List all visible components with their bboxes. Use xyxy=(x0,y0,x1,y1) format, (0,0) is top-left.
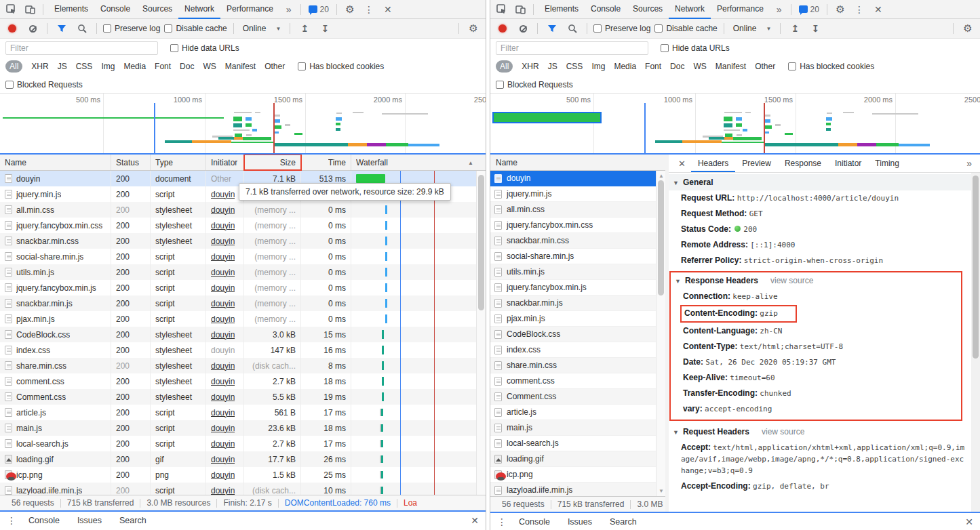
initiator-link[interactable]: douyin xyxy=(211,205,235,215)
list-item[interactable]: douyin xyxy=(490,171,665,186)
filter-chip-js[interactable]: JS xyxy=(548,62,557,71)
filter-chip-css[interactable]: CSS xyxy=(566,62,583,71)
list-item[interactable]: social-share.min.js xyxy=(490,249,665,264)
list-item[interactable]: snackbar.min.js xyxy=(490,295,665,311)
clear-network-log-icon[interactable] xyxy=(24,21,41,36)
initiator-link[interactable]: douyin xyxy=(211,392,235,402)
network-overview-timeline[interactable]: 500 ms1000 ms1500 ms2000 ms2500 ms xyxy=(0,94,486,155)
filter-chip-xhr[interactable]: XHR xyxy=(31,62,48,71)
network-settings-gear-icon[interactable]: ⚙ xyxy=(465,21,482,36)
more-menu-kebab-icon[interactable]: ⋮ xyxy=(361,2,377,17)
network-overview-timeline[interactable]: 500 ms1000 ms1500 ms2000 ms2500 ms xyxy=(490,94,980,155)
scroll-up-arrow-icon[interactable]: ▲ xyxy=(656,173,665,179)
drawer-close-icon[interactable]: ✕ xyxy=(965,516,973,527)
filter-chip-media[interactable]: Media xyxy=(123,62,146,71)
drawer-tab-issues[interactable]: Issues xyxy=(568,517,592,527)
throttling-dropdown[interactable]: Online ▼ xyxy=(240,24,284,33)
drawer-menu-kebab-icon[interactable]: ⋮ xyxy=(7,515,16,526)
more-menu-kebab-icon[interactable]: ⋮ xyxy=(851,2,867,17)
table-row[interactable]: icp.png200pngdouyin1.5 kB25 ms xyxy=(0,467,486,483)
list-item[interactable]: comment.css xyxy=(490,373,665,389)
more-tabs-chevron-icon[interactable]: » xyxy=(962,158,976,169)
table-row[interactable]: snackbar.min.js200scriptdouyin(memory ..… xyxy=(0,295,486,311)
initiator-link[interactable]: douyin xyxy=(211,377,235,386)
initiator-link[interactable]: douyin xyxy=(211,314,235,324)
filter-chip-other[interactable]: Other xyxy=(264,62,285,71)
record-network-log-icon[interactable] xyxy=(4,21,20,36)
has-blocked-cookies-checkbox[interactable]: Has blocked cookies xyxy=(788,62,874,71)
device-toolbar-icon[interactable] xyxy=(512,2,528,17)
filter-chip-css[interactable]: CSS xyxy=(76,62,93,71)
filter-chip-doc[interactable]: Doc xyxy=(670,62,684,71)
inspect-icon[interactable] xyxy=(3,2,19,17)
scrollbar-thumb[interactable] xyxy=(478,175,484,310)
initiator-link[interactable]: douyin xyxy=(211,486,235,495)
tab-performance[interactable]: Performance xyxy=(711,0,770,19)
view-source-button[interactable]: view source xyxy=(770,276,813,285)
filter-chip-ws[interactable]: WS xyxy=(693,62,706,71)
search-icon[interactable] xyxy=(74,21,90,36)
sort-ascending-icon[interactable]: ▲ xyxy=(468,160,473,166)
initiator-link[interactable]: douyin xyxy=(211,299,235,308)
preserve-log-checkbox[interactable]: Preserve log xyxy=(593,24,650,33)
column-header-initiator[interactable]: Initiator xyxy=(206,155,244,170)
drawer-tab-search[interactable]: Search xyxy=(119,516,146,525)
list-item[interactable]: jquery.fancybox.min.js xyxy=(490,280,665,295)
details-vertical-scrollbar[interactable] xyxy=(971,173,980,512)
details-tab-response[interactable]: Response xyxy=(778,155,828,172)
view-source-button[interactable]: view source xyxy=(762,427,804,436)
tab-console[interactable]: Console xyxy=(585,0,627,19)
filter-chip-js[interactable]: JS xyxy=(58,62,67,71)
list-vertical-scrollbar[interactable]: ▲ ▼ xyxy=(656,171,665,496)
column-header-size[interactable]: Size xyxy=(244,155,301,170)
list-item[interactable]: all.min.css xyxy=(490,202,665,218)
tab-performance[interactable]: Performance xyxy=(220,0,279,19)
tab-network[interactable]: Network xyxy=(178,0,220,19)
list-item[interactable]: utils.min.js xyxy=(490,264,665,280)
more-tabs-chevron-icon[interactable]: » xyxy=(772,4,786,15)
preserve-log-checkbox[interactable]: Preserve log xyxy=(103,24,160,33)
details-tab-timing[interactable]: Timing xyxy=(868,155,906,172)
list-item[interactable]: share.min.css xyxy=(490,358,665,373)
tab-sources[interactable]: Sources xyxy=(136,0,178,19)
filter-chip-other[interactable]: Other xyxy=(755,62,775,71)
blocked-requests-checkbox[interactable]: Blocked Requests xyxy=(496,80,573,89)
list-item[interactable]: jquery.fancybox.min.css xyxy=(490,218,665,233)
list-item[interactable]: pjax.min.js xyxy=(490,311,665,327)
table-row[interactable]: share.min.css200stylesheetdouyin(disk ca… xyxy=(0,358,486,373)
list-item[interactable]: CodeBlock.css xyxy=(490,327,665,342)
response-headers-section-header[interactable]: ▼ Response Headers view source xyxy=(671,272,961,289)
column-header-waterfall[interactable]: Waterfall ▲ xyxy=(351,155,486,170)
clear-network-log-icon[interactable] xyxy=(515,21,531,36)
table-row[interactable]: CodeBlock.css200stylesheetdouyin3.0 kB15… xyxy=(0,327,486,342)
table-row[interactable]: Comment.css200stylesheetdouyin5.5 kB19 m… xyxy=(0,389,486,405)
filter-chip-ws[interactable]: WS xyxy=(203,62,216,71)
list-item[interactable]: main.js xyxy=(490,420,665,436)
initiator-link[interactable]: douyin xyxy=(211,439,235,449)
close-devtools-icon[interactable]: ✕ xyxy=(380,2,396,17)
details-tab-preview[interactable]: Preview xyxy=(735,155,778,172)
initiator-link[interactable]: douyin xyxy=(211,361,235,371)
drawer-tab-search[interactable]: Search xyxy=(610,517,637,527)
details-tab-headers[interactable]: Headers xyxy=(691,155,735,172)
filter-chip-xhr[interactable]: XHR xyxy=(522,62,538,71)
list-item[interactable]: loading.gif xyxy=(490,451,665,467)
details-tab-initiator[interactable]: Initiator xyxy=(828,155,868,172)
table-row[interactable]: all.min.css200stylesheetdouyin(memory ..… xyxy=(0,202,486,218)
table-row[interactable]: snackbar.min.css200stylesheetdouyin(memo… xyxy=(0,233,486,249)
filter-chip-media[interactable]: Media xyxy=(614,62,636,71)
general-section-header[interactable]: ▼ General xyxy=(669,174,971,190)
filter-input[interactable] xyxy=(5,41,158,55)
table-row[interactable]: local-search.js200scriptdouyin2.7 kB17 m… xyxy=(0,436,486,451)
scroll-down-arrow-icon[interactable]: ▼ xyxy=(656,488,665,494)
column-header-status[interactable]: Status xyxy=(111,155,151,170)
table-row[interactable]: utils.min.js200scriptdouyin(memory ...0 … xyxy=(0,264,486,280)
table-row[interactable]: jquery.fancybox.min.css200stylesheetdouy… xyxy=(0,218,486,233)
initiator-link[interactable]: douyin xyxy=(211,237,235,246)
disable-cache-checkbox[interactable]: Disable cache xyxy=(654,24,717,33)
initiator-link[interactable]: douyin xyxy=(211,455,235,464)
drawer-menu-kebab-icon[interactable]: ⋮ xyxy=(497,516,507,527)
throttling-dropdown[interactable]: Online ▼ xyxy=(730,24,775,33)
initiator-link[interactable]: douyin xyxy=(211,221,235,230)
filter-chip-all[interactable]: All xyxy=(496,60,513,73)
